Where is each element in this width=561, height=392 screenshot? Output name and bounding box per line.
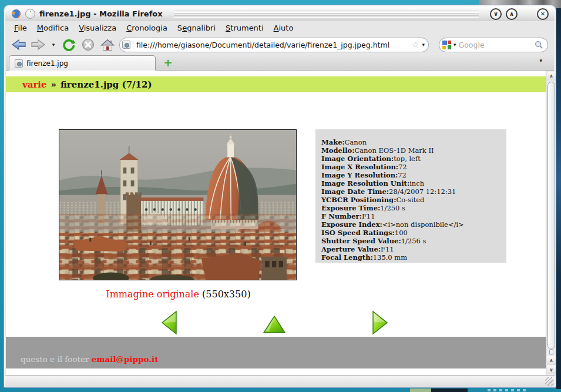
- vertical-scrollbar[interactable]: ∧ ∧ ∨: [546, 71, 556, 376]
- exif-row: Modello:Canon EOS-1D Mark II: [321, 146, 500, 155]
- exif-row: ISO Speed Ratings:100: [321, 229, 500, 237]
- scroll-up-button[interactable]: ∧: [547, 72, 556, 81]
- exif-row: Exposure Time:1/250 s: [321, 204, 500, 212]
- new-tab-button[interactable]: +: [162, 56, 174, 68]
- search-bar[interactable]: ▾: [439, 38, 548, 52]
- url-dropdown-icon[interactable]: ▾: [422, 42, 425, 48]
- exif-row: Image Date Time:28/4/2007 12:12:31: [321, 187, 500, 196]
- search-engine-dropdown-icon[interactable]: ▾: [453, 42, 456, 48]
- firefox-window: firenze1.jpg - Mozilla Firefox ∨ ∧ ✕ Fil…: [4, 5, 556, 388]
- breadcrumb-current: firenze1.jpg (7/12): [61, 79, 152, 90]
- taskbar-fragment: [431, 388, 468, 392]
- previous-image-button[interactable]: [160, 310, 178, 335]
- menu-modifica[interactable]: Modifica: [37, 24, 69, 32]
- menu-file[interactable]: File: [14, 24, 27, 32]
- scroll-down-button[interactable]: ∨: [547, 366, 556, 374]
- minimize-button[interactable]: ∨: [490, 8, 502, 20]
- exif-row: Make:Canon: [321, 138, 500, 146]
- reload-button[interactable]: [61, 37, 76, 52]
- reload-icon: [62, 38, 76, 52]
- exif-row: Image Resolution Unit:inch: [321, 179, 500, 187]
- back-forward-dropdown[interactable]: ▾: [50, 37, 57, 52]
- tab-favicon-icon: [15, 59, 23, 68]
- url-bar[interactable]: ☆ ▾: [119, 38, 429, 52]
- stop-icon: [82, 38, 95, 51]
- gallery-navigation: [6, 308, 546, 334]
- firefox-icon: [11, 9, 21, 19]
- scroll-up-button-bottom[interactable]: ∧: [547, 356, 556, 365]
- desktop-background-right: [556, 7, 561, 389]
- scrollbar-grip[interactable]: [549, 349, 553, 355]
- exif-row: Image Orientation:top, left: [321, 155, 500, 163]
- index-up-button[interactable]: [263, 315, 286, 334]
- page-content: varie » firenze1.jpg (7/12): [6, 71, 546, 376]
- florence-photo[interactable]: [59, 129, 297, 280]
- maximize-button[interactable]: ∧: [506, 8, 518, 20]
- exif-panel: Make:Canon Modello:Canon EOS-1D Mark II …: [315, 129, 506, 263]
- close-button[interactable]: ✕: [537, 8, 549, 20]
- menu-visualizza[interactable]: Visualizza: [79, 24, 116, 32]
- taskbar-fragment: [410, 388, 431, 392]
- forward-button[interactable]: [31, 37, 46, 52]
- back-arrow-icon: [11, 38, 26, 51]
- menu-aiuto[interactable]: Aiuto: [274, 24, 294, 32]
- exif-row: Focal Length:135.0 mm: [321, 253, 500, 262]
- titlebar-ridges: [174, 10, 479, 18]
- stop-button[interactable]: [80, 37, 96, 52]
- tab-list-dropdown-icon[interactable]: ▾: [539, 58, 542, 63]
- florence-photo-image: [59, 130, 296, 280]
- menu-strumenti[interactable]: Strumenti: [226, 24, 264, 32]
- window-menu-icon[interactable]: [25, 9, 35, 19]
- forward-arrow-icon: [31, 38, 46, 51]
- page-favicon-icon: [122, 41, 130, 49]
- back-button[interactable]: [11, 37, 26, 52]
- search-input[interactable]: [459, 41, 532, 49]
- home-button[interactable]: [100, 37, 115, 52]
- resize-grip[interactable]: [545, 377, 553, 386]
- exif-row: Image X Resolution:72: [321, 163, 500, 171]
- breadcrumb: varie » firenze1.jpg (7/12): [6, 76, 546, 92]
- exif-row: Image Y Resolution:72: [321, 171, 500, 179]
- navigation-toolbar: ▾ ☆: [6, 35, 554, 55]
- scrollbar-thumb[interactable]: [547, 82, 555, 349]
- exif-row: Exposure Index:<i>non disponibile</i>: [321, 220, 500, 229]
- original-image-link[interactable]: Immagine originale: [106, 289, 199, 300]
- tab-bar: firenze1.jpg + ▾: [6, 55, 554, 71]
- tab-title: firenze1.jpg: [26, 59, 68, 68]
- url-input[interactable]: [136, 41, 409, 49]
- title-bar[interactable]: firenze1.jpg - Mozilla Firefox ∨ ∧ ✕: [5, 6, 555, 21]
- breadcrumb-category-link[interactable]: varie: [22, 79, 47, 90]
- exif-row: Aperture Value:F11: [321, 245, 500, 253]
- next-image-button[interactable]: [371, 310, 389, 335]
- bookmark-star-icon[interactable]: ☆: [412, 41, 419, 49]
- image-caption: Immagine originale (550x350): [59, 289, 298, 300]
- exif-row: Shutter Speed Value:1/256 s: [321, 237, 500, 245]
- image-size-label: (550x350): [202, 289, 251, 300]
- magnifier-icon[interactable]: [535, 41, 543, 49]
- menu-cronologia[interactable]: Cronologia: [126, 24, 167, 32]
- menu-bar: File Modifica Visualizza Cronologia Segn…: [6, 21, 554, 35]
- exif-row: F Number:F11: [321, 212, 500, 220]
- footer-email-link[interactable]: email@pippo.it: [92, 354, 159, 364]
- page-footer: questo e il footer email@pippo.it: [6, 337, 546, 368]
- home-icon: [100, 38, 115, 51]
- status-bar: [5, 375, 555, 387]
- footer-text: questo e il footer: [21, 354, 92, 364]
- taskbar-fragment: [488, 389, 526, 391]
- exif-row: YCBCR Positioning:Co-sited: [321, 196, 500, 204]
- menu-segnalibri[interactable]: Segnalibri: [177, 24, 216, 32]
- breadcrumb-separator: »: [51, 79, 56, 90]
- google-engine-icon: [442, 41, 451, 49]
- window-title: firenze1.jpg - Mozilla Firefox: [39, 9, 163, 18]
- tab-firenze1[interactable]: firenze1.jpg: [9, 55, 156, 71]
